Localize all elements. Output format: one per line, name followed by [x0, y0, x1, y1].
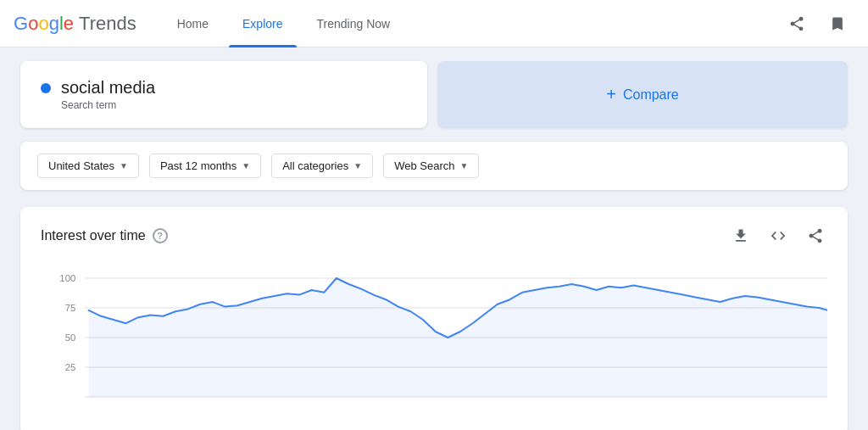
search-dot — [41, 83, 51, 93]
filter-search-type[interactable]: Web Search ▼ — [383, 154, 479, 178]
chart-title: Interest over time — [41, 228, 146, 243]
chevron-down-icon: ▼ — [353, 161, 362, 170]
share-chart-button[interactable] — [804, 224, 827, 248]
search-term-text: social media — [61, 78, 155, 98]
chart-actions — [729, 224, 827, 248]
nav-trending[interactable]: Trending Now — [303, 0, 404, 47]
chevron-down-icon: ▼ — [242, 161, 250, 170]
logo-trends-text: Trends — [79, 13, 136, 35]
filter-search-type-label: Web Search — [394, 159, 454, 172]
download-button[interactable] — [729, 224, 753, 248]
filter-period[interactable]: Past 12 months ▼ — [149, 154, 261, 178]
compare-card[interactable]: + Compare — [437, 61, 848, 128]
chevron-down-icon: ▼ — [120, 161, 128, 170]
filter-category-label: All categories — [282, 159, 348, 172]
main-nav: Home Explore Trending Now — [164, 0, 780, 47]
nav-explore[interactable]: Explore — [229, 0, 296, 47]
filter-region-label: United States — [48, 159, 114, 172]
search-area: social media Search term + Compare — [20, 61, 848, 128]
chart-container: 100 75 50 25 — [41, 261, 827, 417]
filters-bar: United States ▼ Past 12 months ▼ All cat… — [20, 142, 848, 190]
search-term-card: social media Search term — [20, 61, 427, 128]
filter-category[interactable]: All categories ▼ — [271, 154, 373, 178]
nav-home[interactable]: Home — [164, 0, 222, 47]
interest-chart: 100 75 50 25 — [41, 261, 827, 414]
header: Google Trends Home Explore Trending Now — [0, 0, 868, 47]
filter-period-label: Past 12 months — [160, 159, 236, 172]
compare-plus-icon: + — [606, 85, 616, 104]
header-actions — [780, 7, 854, 41]
search-term-type: Search term — [61, 99, 407, 111]
main-content: social media Search term + Compare Unite… — [0, 47, 868, 430]
logo-google-text: Google — [14, 13, 74, 35]
saved-button[interactable] — [821, 7, 854, 41]
help-icon[interactable]: ? — [153, 228, 168, 243]
embed-button[interactable] — [766, 224, 790, 248]
svg-text:75: 75 — [65, 303, 76, 313]
share-button[interactable] — [780, 7, 814, 41]
svg-text:100: 100 — [59, 273, 75, 283]
chart-header: Interest over time ? — [41, 224, 827, 248]
chart-title-row: Interest over time ? — [41, 228, 168, 243]
compare-label: Compare — [623, 87, 679, 103]
logo: Google Trends — [14, 13, 136, 35]
chart-card: Interest over time ? — [20, 207, 848, 430]
svg-text:25: 25 — [65, 362, 76, 372]
svg-text:50: 50 — [65, 332, 76, 343]
search-term-row: social media — [41, 78, 407, 98]
chevron-down-icon: ▼ — [459, 161, 468, 170]
filter-region[interactable]: United States ▼ — [37, 154, 139, 178]
